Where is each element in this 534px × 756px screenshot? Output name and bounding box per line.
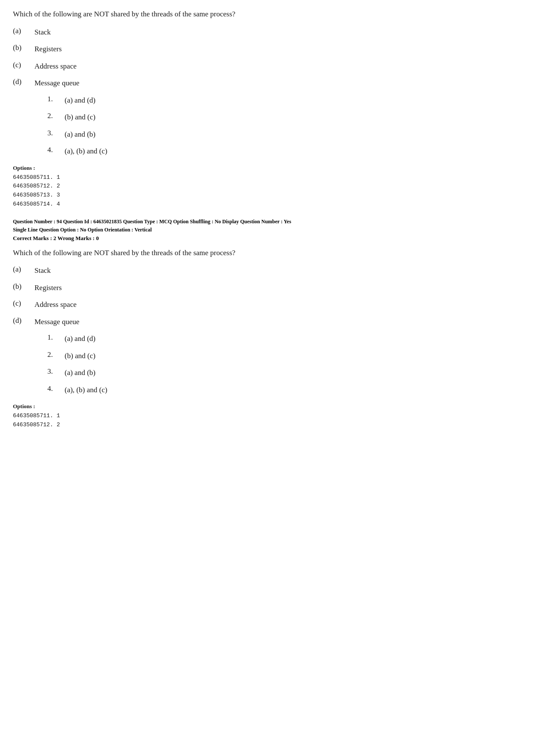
option-text-d-2: Message queue bbox=[34, 316, 79, 328]
answer-2-2: 2. (b) and (c) bbox=[47, 350, 521, 362]
answer-num-3-1: 3. bbox=[47, 129, 65, 137]
answer-text-1-2: (a) and (d) bbox=[65, 333, 96, 344]
options-label-2: Options : bbox=[13, 403, 521, 410]
answer-num-2-1: 2. bbox=[47, 112, 65, 120]
answer-1-2: 1. (a) and (d) bbox=[47, 333, 521, 344]
option-label-b-2: (b) bbox=[13, 282, 34, 291]
options-label-1: Options : bbox=[13, 165, 521, 172]
metadata-block: Question Number : 94 Question Id : 64635… bbox=[13, 218, 521, 243]
option-label-c-1: (c) bbox=[13, 61, 34, 69]
option-text-c-2: Address space bbox=[34, 299, 77, 310]
answer-text-3-2: (a) and (b) bbox=[65, 367, 96, 378]
answer-text-1-1: (a) and (d) bbox=[65, 95, 96, 106]
answer-3-1: 3. (a) and (b) bbox=[47, 129, 521, 140]
answer-4-1: 4. (a), (b) and (c) bbox=[47, 146, 521, 157]
answer-num-3-2: 3. bbox=[47, 367, 65, 376]
answer-num-4-2: 4. bbox=[47, 384, 65, 393]
option-a-2: (a) Stack bbox=[13, 265, 521, 276]
question-block-1: Which of the following are NOT shared by… bbox=[13, 9, 521, 209]
answer-num-1-2: 1. bbox=[47, 333, 65, 342]
option-c-1: (c) Address space bbox=[13, 61, 521, 72]
option-d-2: (d) Message queue bbox=[13, 316, 521, 328]
option-label-b-1: (b) bbox=[13, 44, 34, 52]
options-section-2: Options : 64635085711. 1 64635085712. 2 bbox=[13, 403, 521, 430]
option-code-1-4: 64635085714. 4 bbox=[13, 200, 521, 209]
option-text-a-2: Stack bbox=[34, 265, 51, 276]
answer-3-2: 3. (a) and (b) bbox=[47, 367, 521, 378]
option-b-1: (b) Registers bbox=[13, 44, 521, 55]
option-label-c-2: (c) bbox=[13, 299, 34, 308]
option-text-a-1: Stack bbox=[34, 27, 51, 38]
answer-text-3-1: (a) and (b) bbox=[65, 129, 96, 140]
option-label-a-1: (a) bbox=[13, 27, 34, 35]
option-code-1-1: 64635085711. 1 bbox=[13, 173, 521, 182]
metadata-line-1: Question Number : 94 Question Id : 64635… bbox=[13, 218, 521, 226]
question-block-2: Which of the following are NOT shared by… bbox=[13, 247, 521, 430]
answer-2-1: 2. (b) and (c) bbox=[47, 112, 521, 123]
answer-options-2: 1. (a) and (d) 2. (b) and (c) 3. (a) and… bbox=[47, 333, 521, 395]
option-label-a-2: (a) bbox=[13, 265, 34, 274]
option-text-d-1: Message queue bbox=[34, 78, 79, 89]
answer-num-1-1: 1. bbox=[47, 95, 65, 103]
option-code-1-2: 64635085712. 2 bbox=[13, 182, 521, 191]
option-label-d-1: (d) bbox=[13, 78, 34, 86]
option-a-1: (a) Stack bbox=[13, 27, 521, 38]
option-code-2-1: 64635085711. 1 bbox=[13, 412, 521, 421]
answer-num-2-2: 2. bbox=[47, 350, 65, 359]
answer-text-2-2: (b) and (c) bbox=[65, 350, 96, 362]
option-label-d-2: (d) bbox=[13, 316, 34, 325]
option-d-1: (d) Message queue bbox=[13, 78, 521, 89]
option-code-1-3: 64635085713. 3 bbox=[13, 191, 521, 200]
question-text-1: Which of the following are NOT shared by… bbox=[13, 9, 521, 20]
options-section-1: Options : 64635085711. 1 64635085712. 2 … bbox=[13, 165, 521, 209]
option-text-c-1: Address space bbox=[34, 61, 77, 72]
metadata-line-2: Single Line Question Option : No Option … bbox=[13, 226, 521, 234]
option-text-b-1: Registers bbox=[34, 44, 62, 55]
question-text-2: Which of the following are NOT shared by… bbox=[13, 247, 521, 259]
answer-text-2-1: (b) and (c) bbox=[65, 112, 96, 123]
answer-1-1: 1. (a) and (d) bbox=[47, 95, 521, 106]
option-b-2: (b) Registers bbox=[13, 282, 521, 294]
option-text-b-2: Registers bbox=[34, 282, 62, 294]
answer-num-4-1: 4. bbox=[47, 146, 65, 154]
answer-4-2: 4. (a), (b) and (c) bbox=[47, 384, 521, 396]
correct-marks: Correct Marks : 2 Wrong Marks : 0 bbox=[13, 234, 521, 243]
option-code-2-2: 64635085712. 2 bbox=[13, 421, 521, 430]
answer-text-4-2: (a), (b) and (c) bbox=[65, 384, 107, 396]
option-c-2: (c) Address space bbox=[13, 299, 521, 310]
answer-options-1: 1. (a) and (d) 2. (b) and (c) 3. (a) and… bbox=[47, 95, 521, 157]
answer-text-4-1: (a), (b) and (c) bbox=[65, 146, 107, 157]
